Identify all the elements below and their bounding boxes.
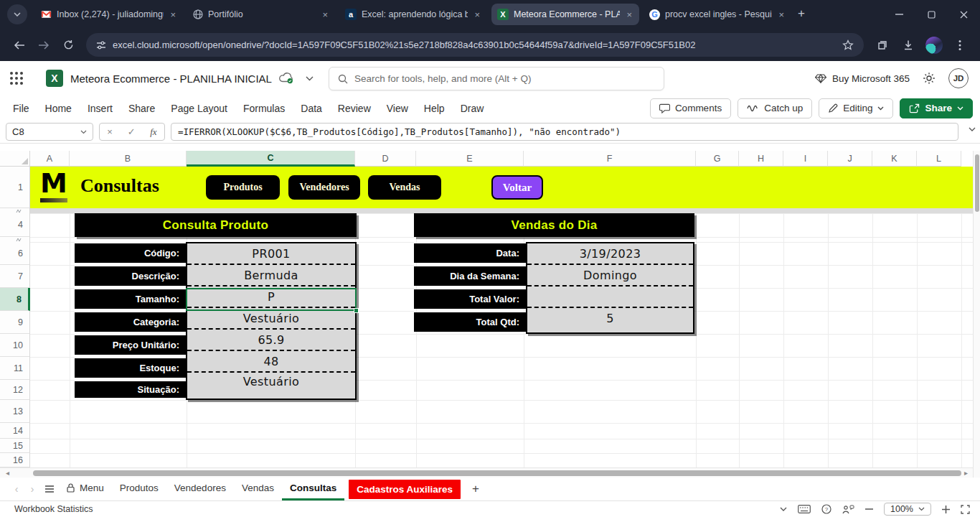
consulta-produto-label[interactable]: Descrição:: [75, 266, 186, 286]
tab-close-icon[interactable]: ×: [777, 9, 786, 20]
consulta-produto-label[interactable]: Estoque:: [75, 358, 186, 378]
scroll-left-icon[interactable]: ◂: [6, 469, 9, 477]
download-icon[interactable]: [897, 34, 920, 57]
insert-function-icon[interactable]: fx: [150, 126, 156, 138]
bookmark-star-icon[interactable]: [842, 39, 854, 50]
column-header-G[interactable]: G: [696, 151, 739, 167]
expand-formula-bar-icon[interactable]: [969, 127, 976, 131]
row-header-6[interactable]: 6: [0, 242, 30, 265]
menu-data[interactable]: Data: [301, 103, 322, 114]
enter-check-icon[interactable]: ✓: [128, 126, 136, 137]
column-header-E[interactable]: E: [416, 151, 524, 167]
column-header-B[interactable]: B: [70, 151, 187, 167]
consulta-produto-label[interactable]: Preço Unitário:: [75, 335, 186, 355]
consulta-produto-label[interactable]: Código:: [75, 243, 186, 263]
sheet-tab-vendedores[interactable]: Vendedores: [166, 478, 234, 500]
tab-close-icon[interactable]: ×: [473, 9, 481, 20]
buy-microsoft-365-button[interactable]: Buy Microsoft 365: [815, 73, 910, 84]
row-header-12[interactable]: 12: [0, 380, 30, 400]
sheet-tab-cadastros-auxiliares[interactable]: Cadastros Auxiliares: [349, 480, 461, 499]
settings-gear-icon[interactable]: [923, 72, 936, 85]
banner-button-vendedores[interactable]: Vendedores: [288, 175, 360, 200]
column-header-J[interactable]: J: [828, 151, 872, 167]
vertical-scrollbar[interactable]: [973, 151, 980, 478]
consulta-produto-value[interactable]: PR001: [187, 243, 355, 265]
browser-menu-icon[interactable]: [948, 34, 971, 57]
editing-mode-button[interactable]: Editing: [819, 98, 893, 118]
menu-file[interactable]: File: [13, 103, 29, 114]
title-chevron-icon[interactable]: [306, 76, 314, 81]
vertical-scroll-thumb[interactable]: [975, 154, 979, 212]
menu-formulas[interactable]: Formulas: [243, 103, 285, 114]
zoom-out-icon[interactable]: [865, 508, 873, 510]
tab-close-icon[interactable]: ×: [321, 9, 329, 20]
extensions-icon[interactable]: [871, 34, 894, 57]
comments-button[interactable]: Comments: [650, 98, 731, 118]
row-header-10[interactable]: 10: [0, 334, 30, 357]
catch-up-button[interactable]: Catch up: [738, 98, 812, 118]
account-avatar[interactable]: JD: [948, 68, 969, 88]
menu-review[interactable]: Review: [338, 103, 371, 114]
add-sheet-icon[interactable]: +: [465, 482, 486, 496]
banner-button-produtos[interactable]: Produtos: [206, 175, 280, 200]
chevron-down-icon[interactable]: [780, 507, 787, 511]
vendas-do-dia-value[interactable]: [527, 287, 693, 308]
column-header-I[interactable]: I: [783, 151, 828, 167]
menu-share[interactable]: Share: [128, 103, 155, 114]
row-header-13[interactable]: 13: [0, 400, 30, 423]
sheet-list-menu-icon[interactable]: [40, 485, 59, 493]
column-header-H[interactable]: H: [739, 151, 783, 167]
column-header-L[interactable]: L: [917, 151, 961, 167]
sheet-tab-consultas[interactable]: Consultas: [282, 478, 344, 500]
consulta-produto-value[interactable]: 65.9: [187, 330, 355, 351]
fill-handle[interactable]: [354, 308, 359, 313]
back-icon[interactable]: [9, 34, 30, 56]
tab-close-icon[interactable]: ×: [625, 9, 633, 20]
row-header-8[interactable]: 8: [0, 288, 30, 311]
forward-icon[interactable]: [33, 34, 55, 56]
new-tab-button[interactable]: +: [798, 6, 805, 21]
tab-search-button[interactable]: [7, 4, 27, 24]
banner-button-vendas[interactable]: Vendas: [368, 175, 441, 200]
document-title[interactable]: Meteora Ecommerce - PLANILHA INICIAL: [70, 73, 272, 85]
sheet-tab-produtos[interactable]: Produtos: [112, 478, 166, 500]
row-header-7[interactable]: 7: [0, 265, 30, 288]
tab-close-icon[interactable]: ×: [169, 9, 177, 20]
column-header-A[interactable]: A: [30, 151, 70, 167]
vendas-do-dia-value[interactable]: 3/19/2023: [527, 243, 693, 265]
row-header-11[interactable]: 11: [0, 357, 30, 380]
zoom-level-select[interactable]: 100%: [884, 503, 931, 516]
name-box[interactable]: C8: [6, 123, 93, 141]
column-header-D[interactable]: D: [355, 151, 416, 167]
reload-icon[interactable]: [57, 34, 79, 56]
menu-help[interactable]: Help: [424, 103, 445, 114]
browser-tab[interactable]: Portifólio×: [187, 4, 335, 25]
browser-tab[interactable]: aExcel: aprendendo lógica bo×: [339, 4, 487, 25]
menu-view[interactable]: View: [387, 103, 408, 114]
consulta-produto-value[interactable]: Bermuda: [187, 265, 355, 287]
vendas-do-dia-label[interactable]: Total Valor:: [414, 289, 526, 309]
browser-tab[interactable]: Gprocv excel ingles - Pesquisa×: [644, 4, 791, 25]
menu-home[interactable]: Home: [45, 103, 72, 114]
sheet-tab-vendas[interactable]: Vendas: [234, 478, 282, 500]
fullscreen-icon[interactable]: [961, 505, 970, 514]
share-button[interactable]: Share: [900, 98, 973, 118]
column-header-K[interactable]: K: [872, 151, 917, 167]
vendas-do-dia-label[interactable]: Total Qtd:: [414, 312, 526, 332]
column-header-F[interactable]: F: [524, 151, 696, 167]
browser-tab[interactable]: XMeteora Ecommerce - PLAN×: [491, 4, 639, 25]
column-header-C[interactable]: C: [187, 151, 355, 167]
menu-insert[interactable]: Insert: [88, 103, 113, 114]
vendas-do-dia-label[interactable]: Data:: [414, 243, 526, 263]
vendas-do-dia-label[interactable]: Dia da Semana:: [414, 266, 526, 286]
formula-input[interactable]: =IFERROR(XLOOKUP($C$6,TB_Produtos[Código…: [171, 123, 958, 141]
sheet-next-icon[interactable]: ›: [24, 483, 40, 495]
help-icon[interactable]: ?: [821, 504, 831, 514]
consulta-produto-value[interactable]: P: [187, 287, 355, 308]
consulta-produto-value[interactable]: Vestuário: [187, 308, 355, 330]
cancel-icon[interactable]: ×: [107, 126, 113, 137]
row-header-15[interactable]: 15: [0, 439, 30, 453]
scroll-right-icon[interactable]: ▸: [964, 469, 968, 477]
minimize-button[interactable]: [883, 0, 915, 29]
horizontal-scroll-thumb[interactable]: [33, 470, 961, 476]
